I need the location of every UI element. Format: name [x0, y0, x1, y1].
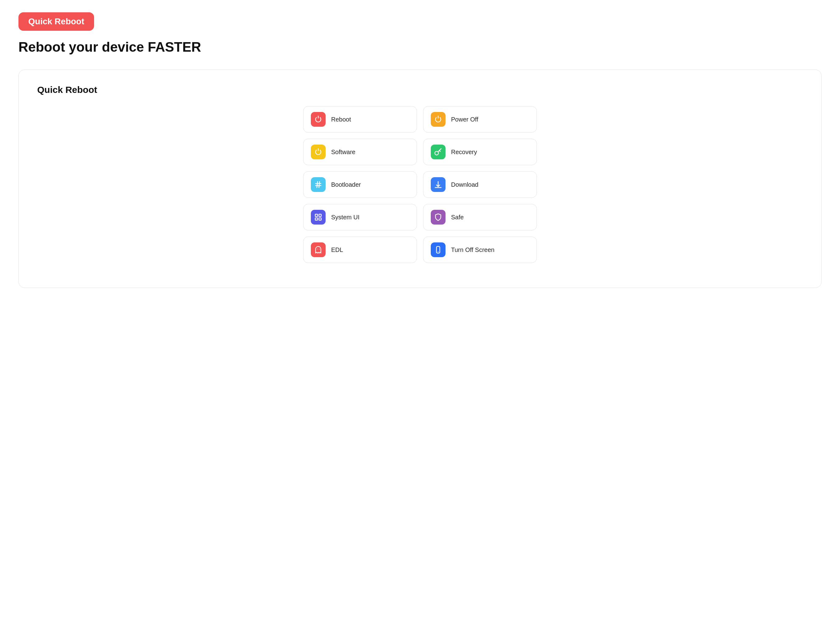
svg-line-4: [319, 182, 319, 188]
bootloader-icon: [311, 177, 325, 192]
item-button-system-ui[interactable]: System UI: [303, 204, 417, 230]
turn-off-screen-label: Turn Off Screen: [451, 246, 494, 253]
main-title: Reboot your device FASTER: [19, 40, 821, 55]
svg-rect-7: [315, 218, 317, 220]
bootloader-label: Bootloader: [331, 181, 361, 188]
edl-label: EDL: [331, 246, 343, 253]
app-badge-label: Quick Reboot: [28, 17, 84, 26]
software-icon: [311, 144, 325, 159]
turn-off-screen-icon: [431, 242, 445, 257]
item-button-download[interactable]: Download: [423, 171, 537, 198]
recovery-icon: [431, 144, 445, 159]
reboot-label: Reboot: [331, 116, 351, 123]
item-button-software[interactable]: Software: [303, 139, 417, 165]
item-button-turn-off-screen[interactable]: Turn Off Screen: [423, 237, 537, 263]
download-label: Download: [451, 181, 478, 188]
download-icon: [431, 177, 445, 192]
safe-label: Safe: [451, 214, 464, 221]
item-button-edl[interactable]: EDL: [303, 237, 417, 263]
power-off-label: Power Off: [451, 116, 478, 123]
svg-rect-5: [315, 214, 317, 217]
system-ui-icon: [311, 210, 325, 225]
svg-rect-8: [319, 218, 321, 220]
reboot-icon: [311, 112, 325, 127]
recovery-label: Recovery: [451, 149, 477, 156]
item-button-power-off[interactable]: Power Off: [423, 106, 537, 133]
card-title: Quick Reboot: [37, 85, 803, 95]
item-button-reboot[interactable]: Reboot: [303, 106, 417, 133]
main-card: Quick Reboot Reboot Power Off Software R…: [19, 70, 821, 288]
power-off-icon: [431, 112, 445, 127]
safe-icon: [431, 210, 445, 225]
system-ui-label: System UI: [331, 214, 359, 221]
app-badge: Quick Reboot: [19, 12, 94, 31]
item-button-recovery[interactable]: Recovery: [423, 139, 537, 165]
items-grid: Reboot Power Off Software Recovery Bootl…: [303, 106, 537, 263]
item-button-bootloader[interactable]: Bootloader: [303, 171, 417, 198]
svg-line-3: [317, 182, 317, 188]
software-label: Software: [331, 149, 355, 156]
edl-icon: [311, 242, 325, 257]
svg-rect-6: [319, 214, 321, 217]
item-button-safe[interactable]: Safe: [423, 204, 537, 230]
